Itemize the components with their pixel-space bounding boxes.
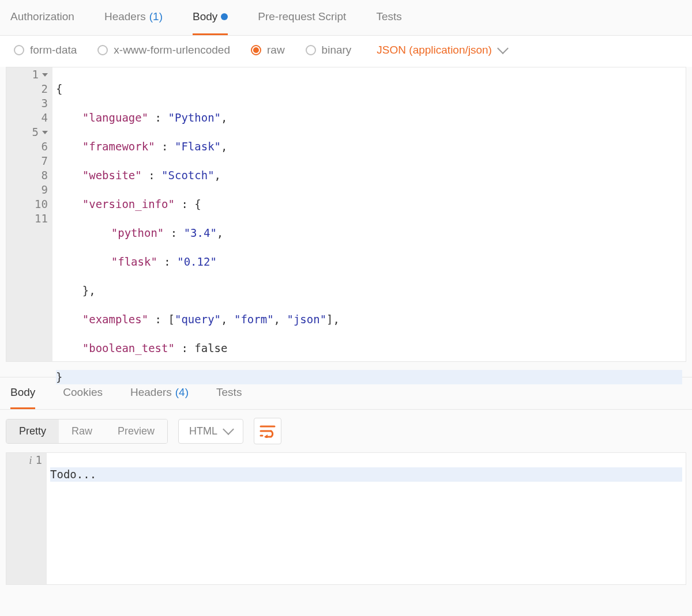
response-view-switch: Pretty Raw Preview — [6, 419, 168, 444]
line-number: 4 — [42, 111, 48, 125]
code-token: "framework" — [82, 140, 155, 153]
line-number: 10 — [35, 197, 48, 211]
tab-headers-label: Headers — [104, 10, 146, 23]
line-number: 2 — [42, 82, 48, 96]
fold-icon[interactable] — [42, 131, 48, 134]
resp-tab-headers-count: (4) — [175, 386, 189, 399]
code-token: } — [56, 371, 62, 383]
tab-authorization[interactable]: Authorization — [10, 0, 74, 35]
radio-binary[interactable]: binary — [306, 44, 352, 56]
radio-form-data[interactable]: form-data — [14, 44, 77, 56]
chevron-down-icon — [497, 43, 509, 54]
line-number: 5 — [32, 125, 39, 139]
wrap-lines-button[interactable] — [254, 418, 281, 444]
code-token: "flask" — [111, 255, 157, 268]
line-number: 6 — [42, 139, 48, 154]
code-token: "query" — [175, 313, 221, 326]
radio-label: form-data — [30, 44, 77, 56]
view-preview-button[interactable]: Preview — [105, 420, 167, 443]
code-token: "3.4" — [184, 226, 217, 239]
response-gutter: i 1 — [6, 453, 47, 584]
line-number: 7 — [42, 154, 48, 168]
code-token: "form" — [234, 313, 274, 326]
radio-urlencoded[interactable]: x-www-form-urlencoded — [97, 44, 230, 56]
resp-tab-headers-label: Headers — [130, 386, 172, 399]
content-type-label: JSON (application/json) — [377, 44, 492, 56]
resp-tab-cookies[interactable]: Cookies — [63, 377, 103, 409]
tab-tests[interactable]: Tests — [376, 0, 401, 35]
response-code[interactable]: Todo... — [47, 453, 686, 584]
radio-icon — [97, 45, 108, 55]
unsaved-dot-icon — [221, 13, 228, 20]
code-token: "Python" — [168, 111, 221, 124]
code-token: "Flask" — [175, 140, 221, 153]
svg-marker-2 — [264, 434, 268, 438]
request-body-editor[interactable]: 1 2 3 4 5 6 7 8 9 10 11 { "language" : "… — [6, 67, 686, 362]
tab-headers[interactable]: Headers (1) — [104, 0, 163, 35]
code-token: "json" — [287, 313, 326, 326]
code-token: { — [56, 82, 62, 95]
wrap-lines-icon — [260, 424, 276, 438]
fold-icon[interactable] — [42, 73, 48, 77]
request-tabs: Authorization Headers (1) Body Pre-reque… — [0, 0, 692, 36]
code-token: "Scotch" — [161, 169, 215, 182]
tab-body[interactable]: Body — [193, 0, 228, 35]
line-number: 1 — [36, 453, 42, 467]
line-number: 11 — [35, 211, 48, 226]
content-type-dropdown[interactable]: JSON (application/json) — [377, 44, 507, 56]
radio-icon — [251, 45, 261, 55]
code-token: "boolean_test" — [82, 342, 175, 354]
response-toolbar: Pretty Raw Preview HTML — [0, 410, 692, 452]
tab-prerequest[interactable]: Pre-request Script — [258, 0, 346, 35]
tab-headers-count: (1) — [149, 10, 163, 23]
radio-icon — [306, 45, 316, 55]
line-number: 3 — [42, 96, 48, 111]
response-body-editor[interactable]: i 1 Todo... — [6, 452, 686, 585]
line-number: 1 — [32, 67, 39, 82]
radio-label: x-www-form-urlencoded — [114, 44, 230, 56]
line-number: 9 — [42, 183, 48, 197]
radio-icon — [14, 45, 24, 55]
code-token: "website" — [82, 169, 142, 182]
response-lang-label: HTML — [189, 425, 217, 437]
editor-gutter: 1 2 3 4 5 6 7 8 9 10 11 — [6, 67, 52, 361]
body-type-row: form-data x-www-form-urlencoded raw bina… — [0, 36, 692, 67]
radio-label: raw — [267, 44, 285, 56]
code-token: false — [194, 342, 227, 354]
code-token: "python" — [111, 226, 164, 239]
radio-label: binary — [322, 44, 352, 56]
chevron-down-icon — [223, 424, 234, 435]
view-raw-button[interactable]: Raw — [59, 420, 105, 443]
tab-body-label: Body — [193, 10, 217, 23]
radio-raw[interactable]: raw — [251, 44, 285, 56]
view-pretty-button[interactable]: Pretty — [6, 420, 59, 443]
code-token: "language" — [82, 111, 148, 124]
editor-code[interactable]: { "language" : "Python", "framework" : "… — [52, 67, 686, 361]
resp-tab-body[interactable]: Body — [10, 377, 35, 409]
response-lang-dropdown[interactable]: HTML — [178, 419, 243, 444]
code-token: "examples" — [82, 313, 148, 326]
info-icon: i — [29, 453, 32, 467]
code-token: "version_info" — [82, 198, 175, 210]
resp-tab-tests[interactable]: Tests — [216, 377, 242, 409]
code-token: Todo... — [50, 468, 96, 481]
line-number: 8 — [42, 168, 48, 183]
code-token: "0.12" — [177, 255, 217, 268]
resp-tab-headers[interactable]: Headers (4) — [130, 377, 189, 409]
